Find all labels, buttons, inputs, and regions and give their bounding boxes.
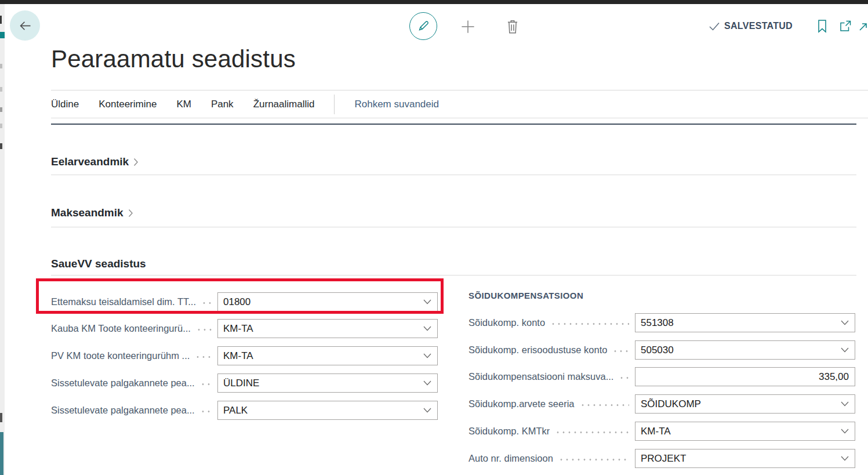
pv-km-combobox[interactable]: KM-TA <box>217 346 438 365</box>
chevron-down-icon[interactable] <box>423 326 431 331</box>
section-eelarveandmik[interactable]: Eelarveandmik <box>51 155 139 168</box>
field-value[interactable]: KM-TA <box>223 350 419 362</box>
chevron-down-icon[interactable] <box>423 408 431 413</box>
chevron-right-icon <box>133 158 139 166</box>
chevron-down-icon[interactable] <box>841 320 849 325</box>
saved-label: SALVESTATUD <box>724 21 793 31</box>
chevron-down-icon[interactable] <box>423 299 431 304</box>
field-label: Sissetulevate palgakannete pea... <box>51 405 195 416</box>
ettemaksu-dim-combobox[interactable]: 01800 <box>217 292 438 311</box>
trash-icon <box>505 19 520 35</box>
open-in-new-window-button[interactable] <box>837 19 854 34</box>
arrow-left-icon <box>17 18 33 34</box>
chevron-down-icon[interactable] <box>841 429 849 434</box>
field-value[interactable]: PALK <box>223 405 419 416</box>
palgakanded-mall-combobox[interactable]: ÜLDINE <box>217 374 438 393</box>
field-label: Sõidukomp.arvete seeria <box>468 398 575 409</box>
tabs-divider <box>334 95 335 114</box>
arvete-seeria-combobox[interactable]: SÕIDUKOMP <box>635 394 855 414</box>
section-sauevv-seadistus[interactable]: SaueVV seadistus <box>51 258 146 270</box>
field-value[interactable]: 01800 <box>223 296 419 308</box>
field-value[interactable]: KM-TA <box>641 426 836 437</box>
dotted-leader <box>558 458 629 461</box>
strip-mark <box>0 107 2 112</box>
soidukomp-konto-combobox[interactable]: 551308 <box>635 313 855 332</box>
field-value[interactable]: PROJEKT <box>641 453 836 465</box>
field-row-soidukomp-konto: Sõidukomp. konto 551308 <box>468 313 855 332</box>
dotted-leader <box>201 302 212 304</box>
field-value[interactable]: SÕIDUKOMP <box>641 398 836 410</box>
erisoodustuse-konto-combobox[interactable]: 505030 <box>635 340 855 360</box>
dotted-leader <box>550 322 629 325</box>
strip-mark <box>0 124 2 128</box>
auto-nr-dimensioon-combobox[interactable]: PROJEKT <box>635 449 855 468</box>
field-value[interactable]: KM-TA <box>223 323 419 335</box>
section-label: Makseandmik <box>51 206 124 219</box>
field-row-palgakanded-1: Sissetulevate palgakannete pea... ÜLDINE <box>51 374 438 393</box>
chevron-down-icon[interactable] <box>423 353 431 358</box>
tab-zurnaalimallid[interactable]: Žurnaalimallid <box>253 99 315 110</box>
field-row-maksuvaba: Sõidukompensatsiooni maksuva... 335,00 <box>468 367 855 386</box>
field-row-arvete-seeria: Sõidukomp.arvete seeria SÕIDUKOMP <box>468 394 855 414</box>
strip-mark <box>0 143 2 149</box>
chevron-down-icon[interactable] <box>841 456 849 461</box>
back-button[interactable] <box>10 10 40 41</box>
plus-icon <box>459 18 477 35</box>
chevron-down-icon[interactable] <box>423 380 431 386</box>
tab-uldine[interactable]: Üldine <box>51 99 79 110</box>
maksuvaba-summa-input[interactable]: 335,00 <box>635 367 855 386</box>
field-value[interactable]: ÜLDINE <box>223 378 419 389</box>
window-top-bar <box>0 0 868 4</box>
chevron-down-icon[interactable] <box>841 401 849 407</box>
field-label: Ettemaksu teisaldamisel dim. TT... <box>51 296 196 307</box>
field-value[interactable]: 551308 <box>641 317 836 329</box>
dotted-leader <box>555 431 629 434</box>
pencil-icon <box>416 19 430 33</box>
field-row-erisoodustuse-konto: Sõidukomp. erisoodustuse konto 505030 <box>468 340 855 360</box>
dotted-leader <box>619 376 629 379</box>
group-header-soidukompensatsioon: SÕIDUKOMPENSATSIOON <box>468 291 583 300</box>
content-top-rule <box>51 124 856 125</box>
bookmark-button[interactable] <box>814 18 830 34</box>
delete-button[interactable] <box>503 17 522 36</box>
expand-button[interactable] <box>858 21 868 32</box>
strip-mark-teal-bottom <box>0 432 3 475</box>
add-button[interactable] <box>458 17 478 37</box>
section-divider <box>51 227 856 227</box>
kauba-km-combobox[interactable]: KM-TA <box>217 319 438 338</box>
field-label: Auto nr. dimensioon <box>468 453 553 464</box>
dotted-leader <box>200 410 212 413</box>
section-divider <box>51 275 856 275</box>
check-icon <box>709 21 720 31</box>
dotted-leader <box>200 383 212 386</box>
field-label: Sõidukomp. erisoodustuse konto <box>468 345 607 356</box>
field-value[interactable]: 505030 <box>641 345 836 356</box>
field-label: Kauba KM Toote konteeringurü... <box>51 323 191 334</box>
tab-pank[interactable]: Pank <box>211 99 234 110</box>
chevron-down-icon[interactable] <box>841 347 849 353</box>
dotted-leader <box>580 404 629 407</box>
field-label: Sõidukomp. konto <box>468 317 545 328</box>
tab-km[interactable]: KM <box>176 99 191 110</box>
chevron-right-icon <box>128 209 133 217</box>
tab-konteerimine[interactable]: Konteerimine <box>99 99 157 110</box>
diagonal-arrow-icon <box>858 21 868 32</box>
general-ledger-setup-page: SALVESTATUD Pearaamatu seadistus <box>0 0 868 475</box>
palgakanded-nimi-combobox[interactable]: PALK <box>217 401 438 420</box>
popout-icon <box>838 19 852 33</box>
strip-mark <box>0 16 2 24</box>
kmtkr-combobox[interactable]: KM-TA <box>635 422 855 441</box>
bookmark-icon <box>817 19 827 33</box>
section-divider <box>51 175 856 175</box>
strip-mark <box>0 87 2 92</box>
saved-status: SALVESTATUD <box>709 19 793 33</box>
field-label: Sõidukomp. KMTkr <box>468 426 550 437</box>
field-label: Sissetulevate palgakannete pea... <box>51 378 195 389</box>
field-value[interactable]: 335,00 <box>641 371 849 383</box>
field-row-palgakanded-2: Sissetulevate palgakannete pea... PALK <box>51 401 438 420</box>
section-makseandmik[interactable]: Makseandmik <box>51 206 133 219</box>
more-options-link[interactable]: Rohkem suvandeid <box>354 99 439 110</box>
edit-button[interactable] <box>409 12 437 40</box>
page-title: Pearaamatu seadistus <box>51 45 296 73</box>
field-row-kauba-km: Kauba KM Toote konteeringurü... KM-TA <box>51 319 438 338</box>
